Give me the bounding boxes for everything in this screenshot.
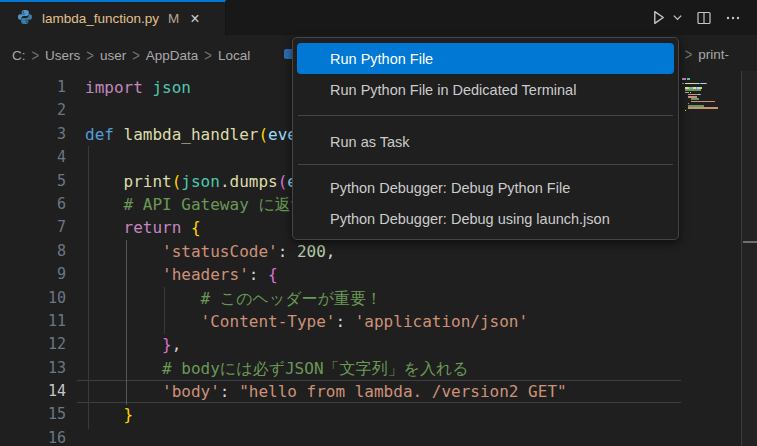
code-line[interactable]	[85, 427, 567, 446]
breadcrumb-item[interactable]: user	[100, 48, 126, 63]
line-number[interactable]: 8	[0, 240, 66, 263]
line-number[interactable]: 6	[0, 193, 66, 216]
code-line[interactable]: 'headers': {	[85, 263, 567, 286]
breadcrumb-item[interactable]: print-	[698, 47, 729, 62]
scrollbar-marker	[743, 241, 757, 243]
line-number[interactable]: 9	[0, 263, 66, 286]
vscode-window: lambda_function.py M × C: > Users > user…	[0, 0, 757, 446]
chevron-right-icon: >	[204, 46, 212, 65]
code-line[interactable]: }	[85, 403, 567, 426]
breadcrumb-item[interactable]: C:	[12, 48, 26, 63]
menu-item-run-dedicated-terminal[interactable]: Run Python File in Dedicated Terminal	[297, 74, 674, 105]
code-line[interactable]: 'Content-Type': 'application/json'	[85, 310, 567, 333]
menu-item-debug-launch-json[interactable]: Python Debugger: Debug using launch.json	[297, 203, 674, 234]
line-number[interactable]: 11	[0, 310, 66, 333]
code-line[interactable]: 'statusCode': 200,	[85, 240, 567, 263]
gutter[interactable]: 12345678910111213141516	[0, 76, 66, 446]
tab-bar: lambda_function.py M ×	[0, 0, 757, 35]
tab-filename: lambda_function.py	[42, 11, 159, 26]
close-icon[interactable]: ×	[190, 11, 199, 27]
scrollbar-track[interactable]	[741, 71, 757, 446]
tab-lambda-function[interactable]: lambda_function.py M ×	[0, 0, 226, 35]
line-number[interactable]: 7	[0, 216, 66, 239]
menu-separator	[298, 115, 673, 116]
line-number[interactable]: 16	[0, 427, 66, 446]
line-number[interactable]: 1	[0, 76, 66, 99]
line-number[interactable]: 4	[0, 146, 66, 169]
chevron-right-icon: >	[132, 46, 140, 65]
chevron-right-icon: >	[86, 46, 94, 65]
more-actions-icon[interactable]	[725, 10, 741, 26]
minimap-content[interactable]	[682, 78, 739, 114]
menu-item-run-python-file[interactable]: Run Python File	[297, 43, 674, 74]
chevron-down-icon	[672, 12, 683, 23]
git-modified-badge: M	[168, 11, 179, 26]
run-dropdown-menu: Run Python File Run Python File in Dedic…	[292, 37, 679, 240]
code-line[interactable]: 'body': "hello from lambda. /version2 GE…	[85, 380, 567, 403]
menu-separator	[298, 164, 673, 165]
run-icon[interactable]	[650, 9, 683, 26]
split-editor-icon[interactable]	[696, 10, 712, 26]
minimap-line	[682, 112, 739, 114]
code-line[interactable]: # このヘッダーが重要！	[85, 287, 567, 310]
python-icon	[17, 9, 33, 29]
line-number[interactable]: 5	[0, 170, 66, 193]
line-number[interactable]: 3	[0, 123, 66, 146]
breadcrumb-item[interactable]: Local	[218, 48, 250, 63]
code-line[interactable]: },	[85, 333, 567, 356]
line-number[interactable]: 13	[0, 357, 66, 380]
breadcrumb-item[interactable]: AppData	[146, 48, 199, 63]
line-number[interactable]: 14	[0, 380, 66, 403]
line-number[interactable]: 12	[0, 333, 66, 356]
chevron-right-icon: >	[32, 46, 40, 65]
menu-item-run-as-task[interactable]: Run as Task	[297, 126, 674, 157]
breadcrumb-item[interactable]: Users	[45, 48, 80, 63]
chevron-right-icon: >	[685, 45, 693, 64]
code-line[interactable]: # bodyには必ずJSON「文字列」を入れる	[85, 357, 567, 380]
line-number[interactable]: 15	[0, 403, 66, 426]
menu-item-debug-python-file[interactable]: Python Debugger: Debug Python File	[297, 172, 674, 203]
editor-actions	[650, 0, 741, 35]
line-number[interactable]: 2	[0, 99, 66, 122]
line-number[interactable]: 10	[0, 287, 66, 310]
